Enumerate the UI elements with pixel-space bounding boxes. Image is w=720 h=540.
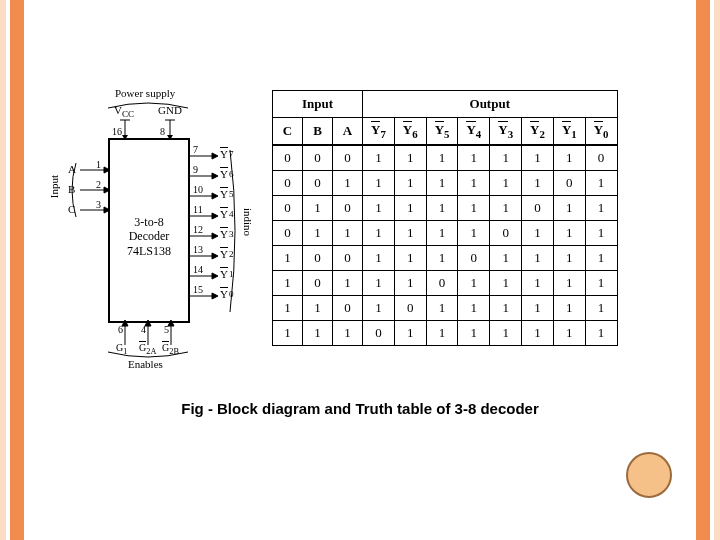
cell: 1	[490, 270, 522, 295]
input-pin-B: 2	[96, 179, 101, 190]
cell: 1	[394, 170, 426, 195]
cell: 1	[490, 195, 522, 220]
cell: 1	[553, 220, 585, 245]
table-row: 01111110111	[273, 220, 618, 245]
cell: 1	[458, 295, 490, 320]
enable-label-2B: G2B	[162, 342, 179, 356]
svg-marker-13	[212, 153, 218, 159]
cell: 1	[426, 145, 458, 171]
chip-label: 3-to-8 Decoder 74LS138	[110, 215, 188, 258]
cell: 1	[333, 320, 363, 345]
cell: 1	[394, 245, 426, 270]
table-row: 10011101111	[273, 245, 618, 270]
col-header-y6: Y6	[394, 118, 426, 145]
truth-table: Input Output CBAY7Y6Y5Y4Y3Y2Y1Y0 0001111…	[272, 90, 618, 346]
cell: 1	[394, 270, 426, 295]
cell: 1	[522, 245, 554, 270]
cell: 1	[553, 245, 585, 270]
table-row: 01011111011	[273, 195, 618, 220]
cell: 1	[522, 270, 554, 295]
cell: 1	[303, 320, 333, 345]
cell: 0	[303, 170, 333, 195]
cell: 0	[303, 270, 333, 295]
cell: 1	[522, 320, 554, 345]
output-pin-1: 14	[193, 264, 203, 275]
cell: 1	[303, 220, 333, 245]
cell: 1	[273, 320, 303, 345]
cell: 1	[394, 145, 426, 171]
cell: 1	[585, 270, 617, 295]
cell: 1	[522, 220, 554, 245]
cell: 1	[490, 245, 522, 270]
cell: 0	[273, 145, 303, 171]
cell: 1	[585, 220, 617, 245]
cell: 1	[490, 145, 522, 171]
cell: 1	[585, 245, 617, 270]
output-pin-0: 15	[193, 284, 203, 295]
output-pin-7: 7	[193, 144, 198, 155]
cell: 1	[553, 270, 585, 295]
output-label-y3: Y3	[220, 228, 234, 240]
cell: 1	[585, 170, 617, 195]
chip-label-line3: 74LS138	[127, 244, 171, 258]
enable-pin-1: 6	[118, 324, 123, 335]
vcc-label: VCC	[114, 104, 134, 119]
cell: 0	[273, 220, 303, 245]
cell: 1	[585, 195, 617, 220]
slide-border-inner-left	[10, 0, 24, 540]
cell: 1	[458, 195, 490, 220]
cell: 1	[490, 320, 522, 345]
cell: 1	[426, 220, 458, 245]
output-pin-4: 11	[193, 204, 203, 215]
cell: 1	[553, 320, 585, 345]
cell: 0	[490, 220, 522, 245]
cell: 0	[522, 195, 554, 220]
cell: 0	[553, 170, 585, 195]
output-side-label: indino	[242, 208, 254, 236]
cell: 1	[333, 170, 363, 195]
vcc-pin: 16	[112, 126, 122, 137]
col-header-y1: Y1	[553, 118, 585, 145]
output-label-y6: Y6	[220, 168, 234, 180]
col-header-C: C	[273, 118, 303, 145]
svg-marker-17	[212, 193, 218, 199]
slide-border-outer-left	[0, 0, 6, 540]
input-label-B: B	[68, 183, 75, 195]
input-pin-C: 3	[96, 199, 101, 210]
svg-marker-21	[212, 233, 218, 239]
cell: 1	[394, 195, 426, 220]
cell: 1	[553, 195, 585, 220]
cell: 1	[522, 145, 554, 171]
col-header-y0: Y0	[585, 118, 617, 145]
gnd-label: GND	[158, 104, 182, 116]
output-label-y1: Y1	[220, 268, 234, 280]
cell: 1	[522, 295, 554, 320]
cell: 1	[363, 195, 395, 220]
cell: 1	[585, 320, 617, 345]
output-pin-2: 13	[193, 244, 203, 255]
output-label-y4: Y4	[220, 208, 234, 220]
output-label-y7: Y7	[220, 148, 234, 160]
cell: 1	[394, 320, 426, 345]
output-label-y0: Y0	[220, 288, 234, 300]
cell: 1	[273, 245, 303, 270]
cell: 1	[363, 170, 395, 195]
cell: 0	[585, 145, 617, 171]
cell: 1	[426, 245, 458, 270]
enable-label-2A: G2A	[139, 342, 156, 356]
cell: 0	[333, 295, 363, 320]
cell: 0	[394, 295, 426, 320]
cell: 1	[363, 295, 395, 320]
enable-pin-2B: 5	[164, 324, 169, 335]
cell: 1	[458, 145, 490, 171]
cell: 0	[303, 245, 333, 270]
input-side-label: Input	[48, 175, 60, 198]
input-label-C: C	[68, 203, 75, 215]
cell: 1	[363, 220, 395, 245]
col-header-A: A	[333, 118, 363, 145]
col-header-y5: Y5	[426, 118, 458, 145]
cell: 0	[363, 320, 395, 345]
cell: 1	[426, 295, 458, 320]
cell: 1	[458, 320, 490, 345]
cell: 1	[303, 295, 333, 320]
